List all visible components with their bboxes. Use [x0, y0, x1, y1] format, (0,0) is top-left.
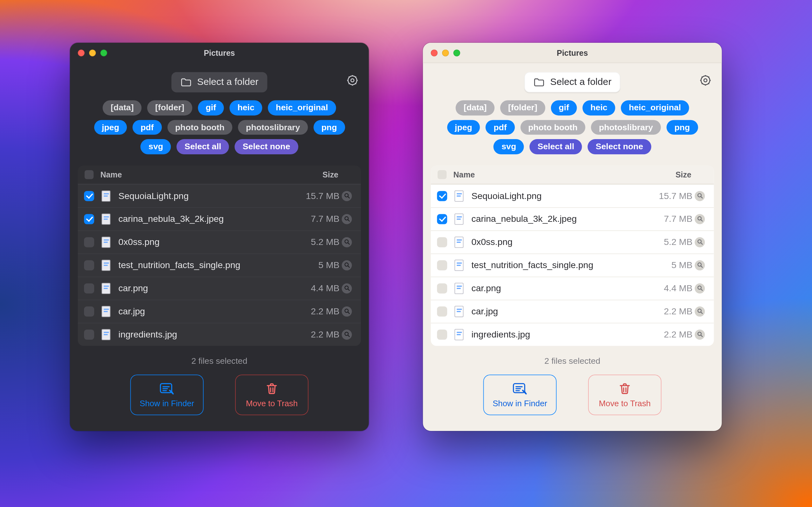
column-size-header[interactable]: Size: [289, 170, 339, 179]
row-checkbox[interactable]: [437, 283, 447, 293]
row-checkbox[interactable]: [84, 329, 94, 339]
quicklook-button[interactable]: [342, 214, 352, 224]
filter-chip[interactable]: heic_original: [268, 100, 336, 115]
table-row[interactable]: car.png4.4 MB: [78, 276, 361, 299]
select-none-button[interactable]: Select none: [235, 139, 298, 154]
quicklook-button[interactable]: [695, 237, 705, 247]
table-row[interactable]: 0x0ss.png5.2 MB: [431, 230, 714, 253]
row-checkbox[interactable]: [437, 329, 447, 339]
window-title: Pictures: [70, 49, 368, 57]
select-folder-label: Select a folder: [550, 77, 611, 88]
filter-chip[interactable]: jpeg: [447, 120, 480, 135]
filter-chip[interactable]: [data]: [456, 100, 495, 115]
move-to-trash-label: Move to Trash: [599, 399, 651, 407]
quicklook-button[interactable]: [342, 283, 352, 293]
row-checkbox[interactable]: [84, 283, 94, 293]
quicklook-button[interactable]: [342, 191, 352, 201]
move-to-trash-button[interactable]: Move to Trash: [235, 374, 308, 415]
select-folder-button[interactable]: Select a folder: [171, 72, 267, 93]
filter-chip[interactable]: svg: [494, 139, 524, 154]
settings-button[interactable]: [699, 74, 711, 89]
move-to-trash-button[interactable]: Move to Trash: [588, 374, 661, 415]
quicklook-button[interactable]: [342, 260, 352, 270]
quicklook-button[interactable]: [695, 214, 705, 224]
file-size: 5.2 MB: [289, 237, 339, 247]
select-all-button[interactable]: Select all: [177, 139, 229, 154]
table-row[interactable]: SequoiaLight.png15.7 MB: [431, 184, 714, 207]
table-row[interactable]: car.jpg2.2 MB: [431, 299, 714, 323]
quicklook-button[interactable]: [342, 237, 352, 247]
select-none-button[interactable]: Select none: [588, 139, 651, 154]
filter-chip[interactable]: photoslibrary: [591, 120, 661, 135]
filter-chip[interactable]: pdf: [133, 120, 161, 135]
file-size: 2.2 MB: [642, 329, 693, 339]
filter-chip[interactable]: heic_original: [621, 100, 689, 115]
file-size: 4.4 MB: [642, 283, 693, 293]
row-checkbox[interactable]: [84, 237, 94, 247]
trash-icon: [618, 382, 631, 395]
filter-chip[interactable]: photo booth: [167, 120, 232, 135]
filter-chip[interactable]: [folder]: [500, 100, 545, 115]
table-row[interactable]: carina_nebula_3k_2k.jpeg7.7 MB: [431, 207, 714, 230]
filter-chip[interactable]: heic: [583, 100, 615, 115]
file-icon: [101, 283, 110, 294]
table-row[interactable]: ingredients.jpg2.2 MB: [431, 323, 714, 346]
show-in-finder-button[interactable]: Show in Finder: [131, 374, 204, 415]
column-name-header[interactable]: Name: [453, 170, 642, 179]
file-icon: [455, 305, 463, 317]
table-header: Name Size: [78, 165, 361, 184]
quicklook-button[interactable]: [342, 306, 352, 316]
file-name: car.jpg: [114, 306, 289, 316]
filter-chip[interactable]: gif: [198, 100, 224, 115]
filter-chip[interactable]: [folder]: [147, 100, 192, 115]
file-size: 4.4 MB: [289, 283, 339, 293]
trash-icon: [265, 382, 279, 395]
quicklook-button[interactable]: [695, 260, 705, 270]
row-checkbox[interactable]: [437, 237, 447, 247]
filter-chip[interactable]: gif: [551, 100, 577, 115]
app-window-dark: Pictures Select a folder [data][folder]g…: [70, 43, 368, 431]
header-checkbox[interactable]: [85, 170, 94, 179]
row-checkbox[interactable]: [84, 214, 94, 224]
row-checkbox[interactable]: [437, 214, 447, 224]
quicklook-button[interactable]: [342, 329, 352, 339]
filter-chip[interactable]: heic: [230, 100, 262, 115]
filter-chip[interactable]: png: [666, 120, 698, 135]
filter-chip[interactable]: photoslibrary: [238, 120, 308, 135]
column-size-header[interactable]: Size: [642, 170, 693, 179]
table-row[interactable]: car.png4.4 MB: [431, 276, 714, 299]
table-header: Name Size: [431, 165, 714, 184]
quicklook-button[interactable]: [695, 306, 705, 316]
table-row[interactable]: SequoiaLight.png15.7 MB: [78, 184, 361, 207]
move-to-trash-label: Move to Trash: [246, 399, 298, 407]
filter-chip[interactable]: png: [313, 120, 345, 135]
select-folder-button[interactable]: Select a folder: [524, 72, 620, 93]
select-all-button[interactable]: Select all: [530, 139, 582, 154]
row-checkbox[interactable]: [437, 191, 447, 201]
show-in-finder-button[interactable]: Show in Finder: [484, 374, 557, 415]
filter-chip[interactable]: jpeg: [94, 120, 127, 135]
table-row[interactable]: carina_nebula_3k_2k.jpeg7.7 MB: [78, 207, 361, 230]
filter-chip[interactable]: pdf: [486, 120, 514, 135]
table-row[interactable]: 0x0ss.png5.2 MB: [78, 230, 361, 253]
column-name-header[interactable]: Name: [100, 170, 289, 179]
row-checkbox[interactable]: [84, 306, 94, 316]
filter-chip[interactable]: photo booth: [520, 120, 585, 135]
file-icon: [101, 190, 110, 202]
filter-chip[interactable]: [data]: [103, 100, 142, 115]
table-row[interactable]: car.jpg2.2 MB: [78, 299, 361, 323]
filter-chip[interactable]: svg: [141, 139, 171, 154]
row-checkbox[interactable]: [84, 191, 94, 201]
quicklook-button[interactable]: [695, 191, 705, 201]
settings-button[interactable]: [346, 74, 359, 89]
row-checkbox[interactable]: [437, 260, 447, 270]
table-row[interactable]: ingredients.jpg2.2 MB: [78, 323, 361, 346]
table-row[interactable]: test_nutrition_facts_single.png5 MB: [78, 253, 361, 276]
finder-select-icon: [159, 382, 175, 395]
quicklook-button[interactable]: [695, 283, 705, 293]
row-checkbox[interactable]: [437, 306, 447, 316]
row-checkbox[interactable]: [84, 260, 94, 270]
quicklook-button[interactable]: [695, 329, 705, 339]
table-row[interactable]: test_nutrition_facts_single.png5 MB: [431, 253, 714, 276]
header-checkbox[interactable]: [438, 170, 447, 179]
